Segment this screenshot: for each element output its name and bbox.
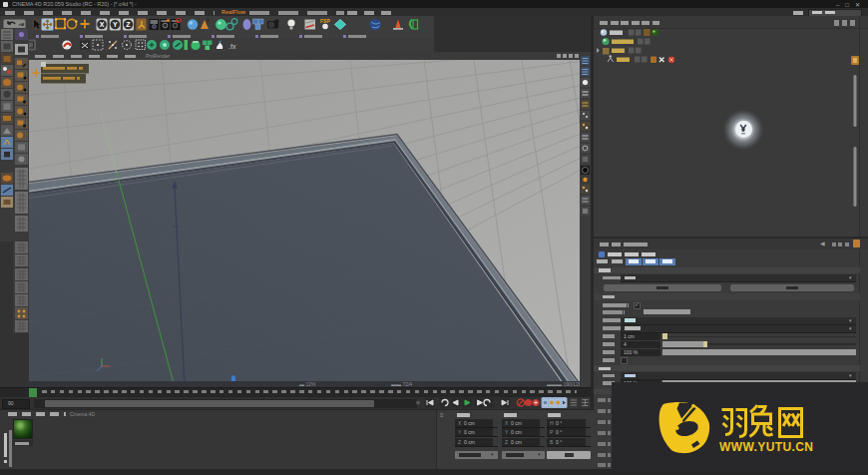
- svg-text:Z: Z: [126, 21, 131, 28]
- svg-text:Y: Y: [113, 21, 118, 28]
- svg-text:FSP: FSP: [320, 18, 330, 24]
- svg-text:WWW.YUTU.CN: WWW.YUTU.CN: [719, 440, 813, 454]
- svg-text:X: X: [100, 21, 105, 28]
- svg-text:.fx: .fx: [228, 43, 236, 50]
